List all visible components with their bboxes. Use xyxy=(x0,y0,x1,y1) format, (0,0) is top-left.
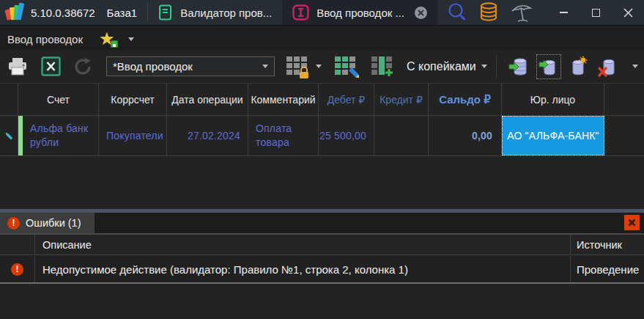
kopecks-caret-icon xyxy=(481,65,487,68)
column-header-saldo[interactable]: Сальдо ₽ xyxy=(429,84,502,115)
add-column-button[interactable] xyxy=(370,55,395,78)
cell-legal-entity-selected[interactable]: АО "АЛЬФА-БАНК" xyxy=(502,116,604,155)
edit-columns-button[interactable] xyxy=(333,55,360,78)
column-header-debit[interactable]: Дебет ₽ xyxy=(319,84,374,115)
close-icon xyxy=(623,8,633,18)
cell-date[interactable]: 27.02.2024 xyxy=(167,116,248,155)
column-header-legal-entity[interactable]: Юр. лицо xyxy=(502,84,604,115)
errors-column-description[interactable]: Описание xyxy=(35,235,571,254)
title-bar: 5.10.0.38672 База1 Валидатор пров... Вво… xyxy=(0,0,644,26)
errors-header-row: Описание Источник xyxy=(0,233,644,255)
cell-balance[interactable]: 0,00 xyxy=(429,116,502,155)
beach-umbrella-icon[interactable] xyxy=(509,1,534,23)
table-row[interactable]: Альфа банк рубли Покупатели 27.02.2024 О… xyxy=(0,116,644,156)
view-selector-value: *Ввод проводок xyxy=(113,60,262,73)
error-row[interactable]: ! Недопустимое действие (валидатор: Прав… xyxy=(0,256,644,284)
view-selector-combobox[interactable]: *Ввод проводок xyxy=(106,56,275,76)
db-delete-icon xyxy=(596,56,618,78)
column-header-corr-account[interactable]: Коррсчет xyxy=(99,84,167,115)
grid-lock-icon xyxy=(285,55,310,78)
db-new-button[interactable] xyxy=(566,54,591,79)
search-icon[interactable] xyxy=(446,1,468,23)
column-header-date[interactable]: Дата операции xyxy=(167,84,248,115)
minimize-icon xyxy=(560,12,568,13)
cell-empty xyxy=(604,116,644,155)
tab-validator-label: Валидатор пров... xyxy=(180,7,272,19)
grid-add-icon xyxy=(370,55,395,78)
printer-icon xyxy=(7,57,28,76)
combo-dropdown-icon xyxy=(262,65,268,68)
cell-debit[interactable]: 25 500,00 xyxy=(319,116,374,155)
kopecks-dropdown[interactable]: С копейками xyxy=(407,60,487,73)
tab-errors-label: Ошибки (1) xyxy=(26,217,81,229)
error-source[interactable]: Проведение xyxy=(571,256,644,282)
cell-credit[interactable] xyxy=(374,116,429,155)
refresh-button[interactable] xyxy=(73,56,93,77)
app-logo-icon xyxy=(5,3,24,22)
column-header-account[interactable]: Счет xyxy=(18,84,99,115)
db-load-icon xyxy=(538,56,560,78)
column-header-comment[interactable]: Комментарий xyxy=(248,84,319,115)
column-header-credit[interactable]: Кредит ₽ xyxy=(374,84,429,115)
database-name[interactable]: База1 xyxy=(107,7,138,19)
input-table-icon xyxy=(292,4,309,21)
error-icon: ! xyxy=(11,263,23,276)
close-button[interactable] xyxy=(612,0,644,25)
tab-close-icon[interactable] xyxy=(415,7,427,19)
book-icon xyxy=(158,4,173,21)
minimize-button[interactable] xyxy=(547,0,580,25)
tab-vvod-provodok-label: Ввод проводок ... xyxy=(317,7,404,19)
column-header-empty xyxy=(604,84,644,115)
db-import-button[interactable] xyxy=(507,54,532,79)
pencil-icon xyxy=(4,131,14,141)
row-edit-marker xyxy=(0,116,18,155)
window-controls xyxy=(547,0,644,25)
errors-column-source[interactable]: Источник xyxy=(571,235,644,254)
toolbar: *Ввод проводок xyxy=(0,50,644,83)
error-description[interactable]: Недопустимое действие (валидатор: Правил… xyxy=(35,256,571,282)
export-excel-button[interactable] xyxy=(41,56,61,76)
grid-header-row: Счет Коррсчет Дата операции Комментарий … xyxy=(0,83,644,116)
kopecks-label: С копейками xyxy=(407,60,476,73)
errors-column-icon xyxy=(0,235,35,254)
print-button[interactable] xyxy=(7,57,28,76)
maximize-button[interactable] xyxy=(580,0,612,25)
error-row-icon-cell: ! xyxy=(0,256,35,282)
column-header-marker[interactable] xyxy=(0,84,18,115)
toolbar-overflow-icon[interactable] xyxy=(632,65,638,68)
errors-tab-bar: ! Ошибки (1) xyxy=(0,213,644,233)
database-icon[interactable] xyxy=(478,1,499,23)
tab-errors[interactable]: ! Ошибки (1) xyxy=(0,213,95,233)
save-floppy-icon xyxy=(111,40,118,48)
db-new-icon xyxy=(567,56,589,78)
cell-account[interactable]: Альфа банк рубли xyxy=(18,116,99,155)
excel-icon xyxy=(41,56,61,76)
grid-lock-button[interactable] xyxy=(285,55,310,78)
maximize-icon xyxy=(592,9,600,17)
cell-corr-account[interactable]: Покупатели xyxy=(99,116,167,155)
close-icon xyxy=(628,219,636,227)
view-title: Ввод проводок xyxy=(7,33,83,45)
tab-validator[interactable]: Валидатор пров... xyxy=(148,0,282,25)
app-window: 5.10.0.38672 База1 Валидатор пров... Вво… xyxy=(0,0,644,319)
favorite-star-icon[interactable]: ★ xyxy=(99,30,118,48)
row-status-bar xyxy=(18,116,23,155)
db-delete-button[interactable] xyxy=(595,54,620,79)
grid-edit-icon xyxy=(333,55,360,78)
db-import-icon xyxy=(508,56,530,78)
app-version: 5.10.0.38672 xyxy=(31,7,95,19)
tab-vvod-provodok[interactable]: Ввод проводок ... xyxy=(282,0,437,25)
db-load-button[interactable] xyxy=(536,54,561,79)
errors-panel-close-button[interactable] xyxy=(624,215,640,230)
refresh-icon xyxy=(73,56,93,77)
cell-comment[interactable]: Оплата товара xyxy=(248,116,319,155)
grid-lock-dropdown-icon[interactable] xyxy=(316,65,322,68)
favorites-bar: Ввод проводок ★ xyxy=(0,28,644,50)
favorites-dropdown-icon[interactable] xyxy=(128,37,134,41)
error-badge-icon: ! xyxy=(7,217,20,230)
divider xyxy=(496,56,497,78)
